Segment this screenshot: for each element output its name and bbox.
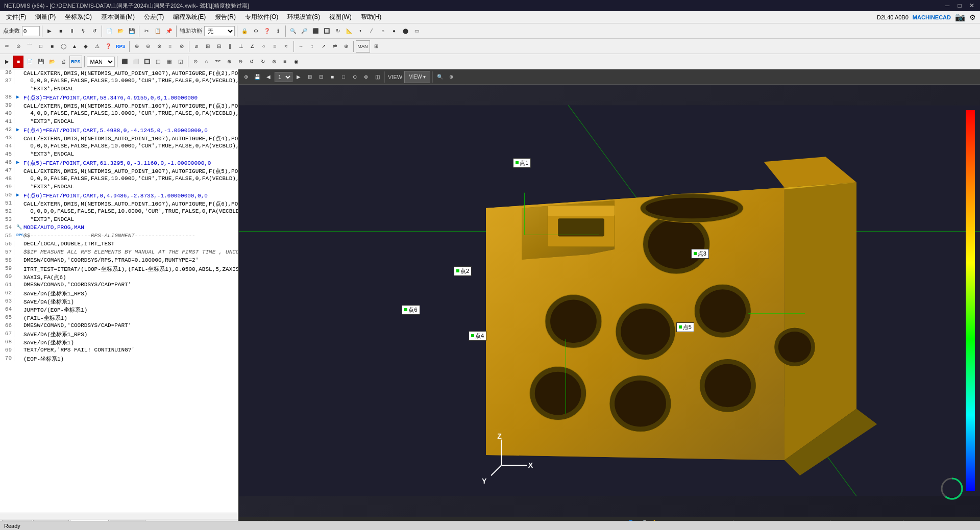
tb3-btn-10[interactable]: ◫	[153, 56, 163, 68]
tb3-btn-7[interactable]: ⬛	[119, 56, 130, 68]
tb-btn-stop[interactable]: ■	[56, 25, 66, 37]
menu-measure[interactable]: 测量(P)	[31, 12, 60, 22]
tb2-btn-7[interactable]: ▲	[69, 40, 80, 53]
menu-special[interactable]: 专用软件(O)	[241, 12, 282, 22]
tb-btn-plane[interactable]: ▭	[411, 25, 422, 37]
tb2-btn-20[interactable]: ∥	[225, 40, 235, 53]
tb-btn-about[interactable]: ℹ	[273, 25, 283, 37]
tb3-btn-15[interactable]: ⌤	[213, 56, 223, 68]
point-2-label[interactable]: 点2	[454, 266, 472, 276]
view-select-btn[interactable]: VIEW ▾	[404, 71, 430, 83]
tb-btn-pause[interactable]: ⏸	[67, 25, 77, 37]
menu-tolerance[interactable]: 公差(T)	[140, 12, 168, 22]
tb-btn-rotate[interactable]: ↻	[333, 25, 343, 37]
menu-coord[interactable]: 坐标系(C)	[61, 12, 96, 22]
tb2-btn-25[interactable]: ≈	[281, 40, 291, 53]
view-tb-btn2[interactable]: ⊟	[316, 71, 326, 83]
tb3-btn-rps[interactable]: RPS	[69, 56, 82, 68]
tb2-btn-1[interactable]: ✏	[2, 40, 12, 53]
tb2-btn-11[interactable]: RPS	[114, 40, 127, 53]
view-tb-btn6[interactable]: ⊗	[361, 71, 371, 83]
menu-view[interactable]: 视图(W)	[325, 12, 355, 22]
point-5-label[interactable]: 点5	[676, 322, 694, 332]
tb-btn-reset[interactable]: ↺	[89, 25, 100, 37]
menu-file[interactable]: 文件(F)	[2, 12, 30, 22]
view-tb-btn1[interactable]: ⊞	[305, 71, 315, 83]
tb-btn-zoom-in[interactable]: 🔍	[288, 25, 298, 37]
view-page-select[interactable]: 1	[275, 72, 292, 82]
tb2-btn-3[interactable]: ⌒	[24, 40, 35, 53]
tb-btn-zoom-out[interactable]: 🔎	[299, 25, 309, 37]
tb-btn-open[interactable]: 📂	[115, 25, 126, 37]
tb-btn-settings[interactable]: ⚙	[251, 25, 261, 37]
tb2-btn-30[interactable]: ⊕	[341, 40, 351, 53]
tb2-btn-24[interactable]: ≡	[270, 40, 280, 53]
tb3-btn-9[interactable]: 🔲	[142, 56, 152, 68]
tb2-btn-22[interactable]: ∠	[248, 40, 258, 53]
point-3-label[interactable]: 点3	[691, 249, 709, 259]
code-hscrollbar[interactable]	[0, 513, 238, 519]
tb-btn-line[interactable]: ∕	[366, 25, 377, 37]
tb2-btn-13[interactable]: ⊖	[143, 40, 153, 53]
tb-btn-step[interactable]: ↯	[78, 25, 88, 37]
tb2-btn-18[interactable]: ⊞	[203, 40, 213, 53]
tb3-btn-18[interactable]: ↺	[247, 56, 257, 68]
tb-btn-copy[interactable]: 📋	[153, 25, 163, 37]
tb-btn-view2[interactable]: 🔲	[322, 25, 332, 37]
code-editor[interactable]: 36 CALL/EXTERN,DMIS,M(NETDMIS_AUTO_POINT…	[0, 69, 238, 513]
tb3-btn-20[interactable]: ⊗	[269, 56, 279, 68]
view-tb-btn4[interactable]: □	[338, 71, 349, 83]
tb-btn-help[interactable]: ❓	[262, 25, 272, 37]
close-button[interactable]: ✕	[968, 2, 976, 10]
tb3-btn-5[interactable]: 📂	[47, 56, 57, 68]
view-tb-home[interactable]: ⊕	[241, 71, 251, 83]
tb2-btn-19[interactable]: ⊟	[214, 40, 224, 53]
tb2-btn-6[interactable]: ◯	[58, 40, 68, 53]
tb3-btn-22[interactable]: ◉	[291, 56, 302, 68]
tb3-btn-8[interactable]: ⬜	[131, 56, 141, 68]
maximize-button[interactable]: □	[955, 2, 964, 10]
view-tb-btn7[interactable]: ◫	[372, 71, 382, 83]
tb2-btn-29[interactable]: ⇌	[330, 40, 340, 53]
tb3-btn-14[interactable]: ⌂	[202, 56, 212, 68]
tb3-btn-stop[interactable]: ■	[13, 56, 23, 68]
view-tb-next[interactable]: ▶	[293, 71, 304, 83]
view-tb-btn3[interactable]: ■	[327, 71, 337, 83]
tb3-btn-11[interactable]: ▦	[164, 56, 175, 68]
menu-report[interactable]: 报告(R)	[211, 12, 240, 22]
tb2-btn-5[interactable]: ■	[47, 40, 57, 53]
tb2-btn-15[interactable]: ≡	[165, 40, 176, 53]
point-6-label[interactable]: 点6	[402, 305, 420, 315]
tb3-btn-3[interactable]: 📄	[24, 56, 35, 68]
aux-select[interactable]: 无	[204, 26, 235, 36]
tb-btn-sphere[interactable]: ●	[389, 25, 399, 37]
tb2-btn-14[interactable]: ⊗	[154, 40, 164, 53]
mode-select[interactable]: MAN AUTO	[87, 57, 115, 67]
tb2-btn-4[interactable]: □	[36, 40, 46, 53]
tb2-btn-2[interactable]: ⊙	[13, 40, 23, 53]
tb2-btn-16[interactable]: ⊘	[177, 40, 187, 53]
tb-btn-cut[interactable]: ✂	[141, 25, 152, 37]
menu-basic-measure[interactable]: 基本测量(M)	[97, 12, 139, 22]
tb-btn-lock[interactable]: 🔒	[239, 25, 250, 37]
tb3-btn-13[interactable]: ⊙	[190, 56, 201, 68]
point-4-label[interactable]: 点4	[469, 331, 486, 341]
tb3-btn-12[interactable]: ◱	[176, 56, 186, 68]
tb3-btn-19[interactable]: ↻	[258, 56, 268, 68]
tb-btn-measure[interactable]: 📐	[344, 25, 354, 37]
tb-btn-new[interactable]: 📄	[104, 25, 114, 37]
tb2-btn-28[interactable]: ↗	[318, 40, 329, 53]
tb2-btn-17[interactable]: ⌀	[191, 40, 202, 53]
minimize-button[interactable]: ─	[943, 2, 951, 10]
view-tb-btn5[interactable]: ⊙	[350, 71, 360, 83]
tb3-btn-21[interactable]: ≡	[280, 56, 290, 68]
view-tb-save[interactable]: 💾	[252, 71, 262, 83]
tb-btn-point[interactable]: •	[355, 25, 365, 37]
tb2-btn-23[interactable]: ○	[259, 40, 269, 53]
tb2-btn-8[interactable]: ◆	[81, 40, 91, 53]
tb2-btn-12[interactable]: ⊕	[132, 40, 142, 53]
tb-btn-run[interactable]: ▶	[44, 25, 55, 37]
viewport[interactable]: Z X Y 点1 点2 点3	[239, 85, 980, 517]
point-1-label[interactable]: 点1	[513, 158, 531, 168]
tb3-btn-1[interactable]: ▶	[2, 56, 12, 68]
